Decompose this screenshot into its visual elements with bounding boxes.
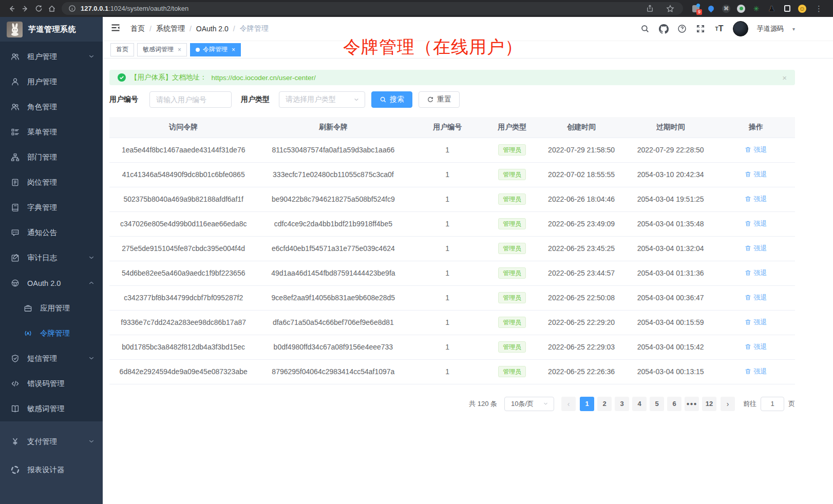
share-icon[interactable] [643, 2, 656, 15]
user-id-input[interactable] [149, 91, 232, 108]
site-info-icon[interactable] [68, 2, 76, 15]
app-logo[interactable]: 芋道管理系统 [0, 17, 103, 42]
sidebar-item[interactable]: 通知公告 [0, 220, 103, 245]
sidebar-item[interactable]: 租户管理 [0, 44, 103, 69]
github-icon[interactable] [659, 24, 669, 34]
reset-button[interactable]: 重置 [419, 91, 460, 108]
page-size-select[interactable]: 10条/页 [504, 397, 554, 411]
force-logout-label: 强退 [753, 342, 767, 352]
page-12-button[interactable]: 12 [702, 397, 716, 411]
cell-user-type: 管理员 [486, 335, 539, 359]
browser-profile-avatar[interactable]: ☺ [798, 5, 806, 13]
chevron-down-icon[interactable]: ▾ [792, 26, 795, 32]
extension-icon[interactable]: 9 [691, 4, 700, 13]
browser-back-button[interactable] [5, 2, 18, 15]
page-6-button[interactable]: 6 [667, 397, 681, 411]
sidebar-item[interactable]: 短信管理 [0, 346, 103, 371]
sidebar-item[interactable]: 用户管理 [0, 69, 103, 94]
force-logout-button[interactable]: 强退 [745, 219, 767, 228]
breadcrumb-item[interactable]: 首页 [130, 24, 145, 33]
force-logout-label: 强退 [753, 145, 767, 154]
sidebar-item[interactable]: 岗位管理 [0, 170, 103, 195]
bookmark-star-icon[interactable] [664, 2, 677, 15]
tab-close-icon[interactable]: × [178, 46, 181, 53]
sidebar-item[interactable]: 应用管理 [0, 296, 103, 321]
search-button[interactable]: 搜索 [371, 91, 412, 108]
sidebar-item[interactable]: 报表设计器 [0, 456, 103, 484]
goto-suffix: 页 [788, 399, 795, 409]
extension-icon[interactable]: ♟ [767, 4, 776, 13]
sidebar-item[interactable]: 部门管理 [0, 145, 103, 170]
page-content: 【用户体系】文档地址： https://doc.iocoder.cn/user-… [103, 59, 833, 504]
sidebar-item[interactable]: 敏感词管理 [0, 396, 103, 421]
token-table: 访问令牌刷新令牌用户编号用户类型创建时间过期时间操作 1ea5e44f8bc14… [109, 117, 795, 384]
user-name[interactable]: 芋道源码 [757, 24, 784, 33]
help-icon[interactable] [677, 24, 687, 34]
extension-icon[interactable] [737, 5, 745, 13]
force-logout-button[interactable]: 强退 [745, 318, 767, 327]
force-logout-button[interactable]: 强退 [745, 342, 767, 352]
cell-user-type: 管理员 [486, 285, 539, 310]
sidebar-collapse-icon[interactable] [110, 23, 122, 35]
sidebar-item[interactable]: 令牌管理 [0, 321, 103, 346]
force-logout-button[interactable]: 强退 [745, 170, 767, 179]
page-1-button[interactable]: 1 [580, 397, 594, 411]
fullscreen-icon[interactable] [696, 24, 706, 34]
sidebar-item[interactable]: OAuth 2.0 [0, 270, 103, 296]
prev-page-button[interactable]: ‹ [561, 397, 576, 411]
browser-reload-button[interactable] [32, 2, 45, 15]
sidebar-item[interactable]: 审计日志 [0, 245, 103, 270]
page-4-button[interactable]: 4 [632, 397, 647, 411]
force-logout-button[interactable]: 强退 [745, 244, 767, 253]
cell-created-time: 2022-06-25 22:29:03 [539, 335, 624, 359]
chevron-down-icon [88, 438, 94, 446]
tab-敏感词管理[interactable]: 敏感词管理× [137, 43, 187, 56]
browser-menu-icon[interactable]: ⋮ [813, 4, 825, 13]
breadcrumb-item[interactable]: 系统管理 [156, 24, 185, 33]
page-ellipsis[interactable]: ●●● [685, 397, 699, 411]
browser-home-button[interactable] [45, 2, 59, 15]
force-logout-button[interactable]: 强退 [745, 268, 767, 278]
next-page-button[interactable]: › [721, 397, 735, 411]
extension-icon[interactable]: ⌘ [722, 5, 730, 13]
sidebar-item[interactable]: 支付管理 [0, 428, 103, 456]
alert-close-icon[interactable]: × [782, 73, 787, 82]
sidebar-item[interactable]: 字典管理 [0, 195, 103, 220]
url-host: 127.0.0.1 [81, 5, 108, 12]
force-logout-button[interactable]: 强退 [745, 293, 767, 302]
force-logout-button[interactable]: 强退 [745, 145, 767, 154]
sidebar-item[interactable]: 角色管理 [0, 94, 103, 120]
address-bar[interactable]: 127.0.0.1:1024/system/oauth2/token [62, 2, 683, 15]
cell-user-id: 1 [409, 211, 486, 236]
sidebar-item-label: OAuth 2.0 [27, 279, 81, 287]
page-3-button[interactable]: 3 [615, 397, 629, 411]
cell-user-id: 1 [409, 285, 486, 310]
doc-link[interactable]: https://doc.iocoder.cn/user-center/ [212, 74, 316, 82]
page-5-button[interactable]: 5 [650, 397, 664, 411]
user-type-select[interactable]: 请选择用户类型 [279, 91, 365, 108]
user-avatar[interactable] [733, 21, 748, 36]
sidebar-item[interactable]: 错误码管理 [0, 371, 103, 396]
cell-access-token: c347026e805e4d99b0d116eae66eda8c [109, 211, 257, 236]
tab-首页[interactable]: 首页 [110, 43, 134, 56]
goto-page-input[interactable] [761, 397, 784, 411]
page-2-button[interactable]: 2 [597, 397, 612, 411]
search-icon[interactable] [640, 24, 650, 34]
extension-icon[interactable] [783, 4, 791, 13]
extension-icon[interactable]: ✳ [752, 4, 761, 13]
force-logout-button[interactable]: 强退 [745, 195, 767, 204]
logo-image [7, 22, 23, 37]
token-icon [24, 329, 32, 338]
chevron-down-icon [88, 254, 94, 262]
browser-forward-button[interactable] [18, 2, 32, 15]
extension-icon[interactable] [707, 4, 715, 13]
table-body: 1ea5e44f8bc1467aaede43144f31de76811c5304… [109, 138, 795, 384]
sidebar-item[interactable]: 菜单管理 [0, 120, 103, 145]
force-logout-button[interactable]: 强退 [745, 367, 767, 376]
alert-text: 【用户体系】文档地址： [130, 73, 207, 82]
font-size-icon[interactable]: TT [714, 24, 724, 34]
breadcrumb-item[interactable]: OAuth 2.0 [196, 25, 229, 33]
tab-令牌管理[interactable]: 令牌管理× [190, 43, 241, 56]
cell-refresh-token: 811c530487574fa0af1a59d3abc1aa66 [257, 138, 409, 162]
tab-close-icon[interactable]: × [232, 46, 235, 53]
